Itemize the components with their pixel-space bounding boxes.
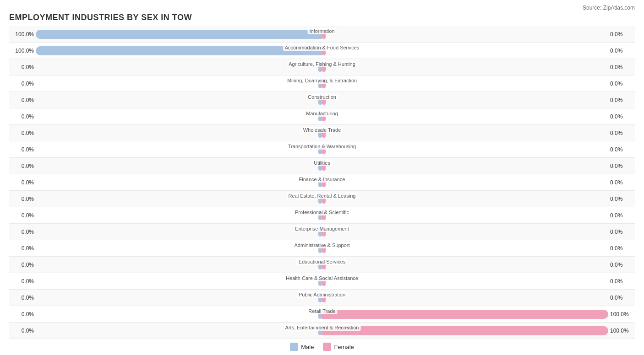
left-value: 0.0% [9,97,36,103]
bars-wrapper: Health Care & Social Assistance [36,275,608,288]
male-bar [36,46,322,55]
left-value: 0.0% [9,311,36,317]
industry-label: Arts, Entertainment & Recreation [284,324,361,331]
bar-area: Construction [36,92,608,108]
chart-row: 0.0%Health Care & Social Assistance0.0% [9,273,635,290]
male-side [36,77,322,90]
female-side [322,44,608,57]
male-side [36,28,322,41]
left-value: 0.0% [9,196,36,202]
chart-row: 0.0%Real Estate, Rental & Leasing0.0% [9,191,635,207]
industry-label: Professional & Scientific [293,209,351,215]
left-value: 0.0% [9,179,36,186]
chart-row: 0.0%Agriculture, Fishing & Hunting0.0% [9,59,635,75]
chart-row: 0.0%Administrative & Support0.0% [9,240,635,257]
chart-row: 0.0%Arts, Entertainment & Recreation100.… [9,323,635,339]
male-side [36,226,322,238]
right-value: 0.0% [608,179,635,186]
female-side [322,193,608,205]
male-side [36,193,322,205]
industry-label: Public Administration [297,291,347,298]
bars-wrapper: Information [36,28,608,41]
right-value: 0.0% [608,97,635,103]
male-side [36,110,322,123]
male-side [36,324,322,337]
male-side [36,143,322,156]
chart-row: 0.0%Educational Services0.0% [9,257,635,273]
left-value: 0.0% [9,212,36,219]
industry-label: Manufacturing [304,110,340,117]
left-value: 0.0% [9,146,36,153]
right-value: 0.0% [608,130,635,136]
bar-area: Real Estate, Rental & Leasing [36,191,608,207]
female-side [322,275,608,288]
bar-area: Public Administration [36,290,608,306]
female-side [322,143,608,156]
female-side [322,308,608,321]
right-value: 0.0% [608,113,635,120]
chart-row: 0.0%Professional & Scientific0.0% [9,207,635,224]
chart-row: 0.0%Construction0.0% [9,92,635,108]
industry-label: Agriculture, Fishing & Hunting [287,61,357,67]
legend-female: Female [323,343,354,351]
bars-wrapper: Public Administration [36,291,608,304]
female-side [322,110,608,123]
legend: Male Female [9,343,635,351]
right-value: 0.0% [608,48,635,54]
industry-label: Utilities [312,160,332,166]
bar-area: Finance & Insurance [36,174,608,190]
bar-area: Wholesale Trade [36,125,608,141]
male-side [36,308,322,321]
right-value: 0.0% [608,295,635,301]
chart-row: 0.0%Finance & Insurance0.0% [9,174,635,191]
chart-row: 0.0%Public Administration0.0% [9,290,635,306]
bars-wrapper: Wholesale Trade [36,127,608,140]
bars-wrapper: Administrative & Support [36,242,608,255]
bar-area: Utilities [36,158,608,174]
left-value: 100.0% [9,48,36,54]
male-side [36,94,322,107]
chart-row: 0.0%Wholesale Trade0.0% [9,125,635,141]
bars-wrapper: Utilities [36,160,608,172]
female-label: Female [334,344,354,350]
bar-area: Agriculture, Fishing & Hunting [36,59,608,75]
male-swatch [290,343,298,351]
page-header: Source: ZipAtlas.com EMPLOYMENT INDUSTRI… [9,5,635,22]
chart-row: 0.0%Utilities0.0% [9,158,635,174]
male-bar [36,30,322,39]
industry-label: Finance & Insurance [297,176,347,183]
left-value: 0.0% [9,163,36,169]
chart-row: 0.0%Mining, Quarrying, & Extraction0.0% [9,75,635,92]
right-value: 0.0% [608,163,635,169]
source-text: Source: ZipAtlas.com [9,5,635,11]
right-value: 0.0% [608,81,635,87]
male-label: Male [301,344,314,350]
male-side [36,258,322,271]
chart-row: 0.0%Manufacturing0.0% [9,108,635,125]
bars-wrapper: Mining, Quarrying, & Extraction [36,77,608,90]
male-side [36,275,322,288]
right-value: 0.0% [608,146,635,153]
bar-area: Health Care & Social Assistance [36,273,608,289]
industry-label: Educational Services [297,258,348,265]
bar-area: Manufacturing [36,108,608,124]
left-value: 0.0% [9,229,36,235]
bars-wrapper: Arts, Entertainment & Recreation [36,324,608,337]
bar-area: Mining, Quarrying, & Extraction [36,75,608,91]
left-value: 0.0% [9,328,36,334]
industry-label: Enterprise Management [293,226,350,232]
chart-row: 100.0%Accommodation & Food Services0.0% [9,43,635,59]
chart-row: 100.0%Information0.0% [9,26,635,43]
left-value: 0.0% [9,262,36,268]
right-value: 0.0% [608,31,635,38]
right-value: 0.0% [608,262,635,268]
male-side [36,176,322,189]
bars-wrapper: Professional & Scientific [36,209,608,222]
bars-wrapper: Transportation & Warehousing [36,143,608,156]
chart-row: 0.0%Retail Trade100.0% [9,306,635,323]
industry-label: Health Care & Social Assistance [284,275,360,281]
bars-wrapper: Educational Services [36,258,608,271]
industry-label: Real Estate, Rental & Leasing [287,193,358,199]
bar-area: Professional & Scientific [36,207,608,223]
bar-area: Administrative & Support [36,240,608,256]
